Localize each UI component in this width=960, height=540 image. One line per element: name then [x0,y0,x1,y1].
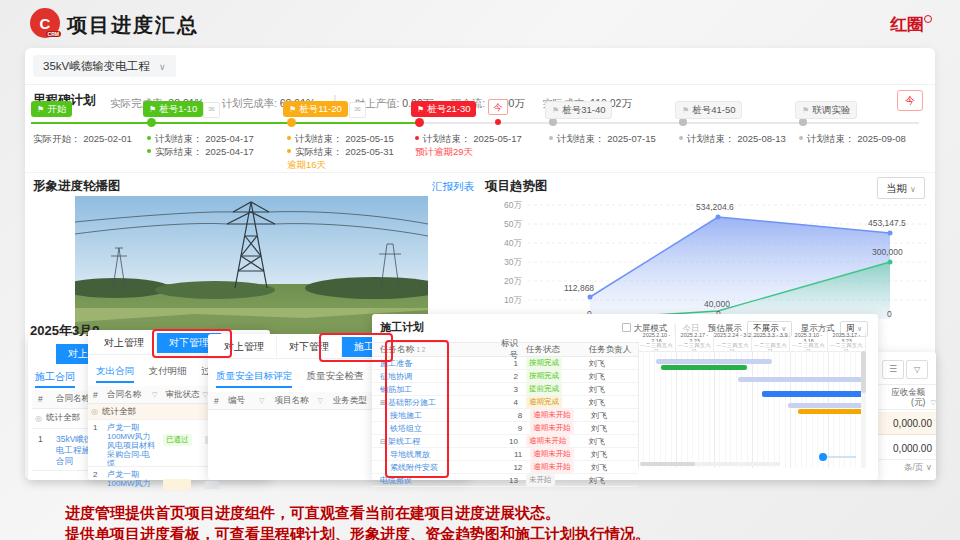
task-row[interactable]: 导地线展放 11 逾期未开始 刘飞 [372,448,638,461]
bullet [287,149,291,153]
project-selector[interactable]: 35kV峨德输变电工程 ∨ [33,55,176,77]
expand-icon[interactable]: ⊞ [380,399,386,406]
status-badge: 逾期未开始 [530,422,574,434]
bullet [549,136,553,140]
task-link[interactable]: 铁塔组立 [372,423,504,434]
flag-icon: ⚑ [417,105,424,114]
status-badge: 提前完成 [526,383,562,395]
today-button[interactable]: 今 [897,90,923,111]
milestone-badge-6[interactable]: ⚑联调实验 [795,101,857,119]
svg-text:30万: 30万 [504,257,522,267]
project-selector-value: 35kV峨德输变电工程 [43,60,150,72]
gantt-bar-planned[interactable] [656,359,772,364]
subtab-zhifu-mingxi[interactable]: 支付明细 [148,365,186,381]
task-link[interactable]: 征地协调 [372,371,499,382]
col-idx: # [32,394,56,404]
report-list-link[interactable]: 汇报列表 [432,180,474,194]
gantt-hscrollbar[interactable] [640,462,780,466]
sort-icon[interactable]: ☰ [882,360,904,379]
task-row[interactable]: 接地施工 8 逾期未开始 刘飞 [372,409,638,422]
status-badge: 逾期未开始 [530,448,574,460]
tab-duixia[interactable]: 对下管理 [277,337,342,357]
footer-note-2: 提供单项目进度看板，可查看里程碑计划、形象进度、资金趋势图和施工计划执行情况。 [65,525,650,540]
flag-icon: ⚑ [682,106,689,115]
gantt-bar-planned[interactable] [738,377,862,382]
milestone-detail-4: 计划结束： 2025-07-15 [549,132,656,145]
window-plan: 施工计划 大屏模式 | 今日 预估展示 不展示 ∨ 显示方式 周 ∨ 任务名称 … [372,314,878,480]
data-point[interactable] [716,215,721,220]
contract-link[interactable]: 卢龙一期100MW风力风电项目材料采购合同-电缆 [107,420,157,466]
milestone-badge-1[interactable]: ⚑桩号1-10 [143,101,203,117]
tab-duishang[interactable]: 对上管理 [92,333,157,353]
data-point[interactable] [588,295,593,300]
col-name: 合同名称 [107,389,149,401]
flag-icon: ⚑ [37,105,44,114]
pagination[interactable]: 条/页 ∨ [904,462,932,474]
task-link[interactable]: 基础部分施工 [388,398,436,407]
task-row[interactable]: ⊟架线工程 10 逾期未开始 刘飞 [372,435,638,448]
gantt-zoom-handle[interactable] [819,453,827,461]
svg-text:0: 0 [887,309,892,319]
task-link[interactable]: 接地施工 [372,410,504,421]
gantt-bar-planned[interactable] [788,403,866,408]
gantt-bar-actual[interactable] [661,365,747,370]
gantt-vscroll-thumb[interactable] [861,351,866,393]
gantt-vscrollbar[interactable] [861,351,866,468]
chevron-down-icon: ∨ [159,62,166,72]
timeline-node-dot [799,118,807,126]
collapse-icon[interactable]: ⊟ [380,438,386,445]
status-badge: 按期完成 [526,370,562,382]
timeline-node-dot [549,118,557,126]
milestone-badge-2[interactable]: ⚑桩号11-20 [283,101,348,117]
gantt-bar-actual[interactable] [762,391,866,397]
gantt-zoom-slider[interactable] [822,456,856,458]
svg-text:40,000: 40,000 [704,299,730,309]
task-row[interactable]: 钢筋加工 3 提前完成 刘飞 [372,383,638,396]
milestone-badge-4[interactable]: ⚑桩号31-40 [545,101,612,119]
subtab-mubiao-pingding[interactable]: 质量安全目标评定 [216,370,292,388]
task-link[interactable]: 施工准备 [372,358,499,369]
col-idx: # [208,396,228,406]
task-row[interactable]: 施工准备 1 按期完成 刘飞 [372,357,638,370]
big-screen-checkbox[interactable] [622,323,631,332]
receivable-row: 0,000.00 [874,412,936,435]
task-row[interactable]: 紧线附件安装 12 逾期未开始 刘飞 [372,461,638,474]
app-logo-letter: C [40,15,51,32]
tab-duishang[interactable]: 对上管理 [212,337,277,357]
task-row[interactable]: 电缆敷设 13 未开始 刘飞 [372,474,638,487]
task-row[interactable]: ⊞基础部分施工 4 逾期完成 刘飞 [372,396,638,409]
status-badge: 逾期未开始 [530,461,574,473]
subtab-shigong-hetong[interactable]: 施工合同 [35,370,75,388]
gantt-area [638,351,866,468]
gantt-bar-actual[interactable] [798,409,866,414]
filter-icon[interactable]: ▽ [931,399,936,406]
carousel-title: 形象进度轮播图 [33,178,121,195]
milestone-badge-start[interactable]: ⚑开始 [31,101,72,117]
mail-icon[interactable]: ✉ [349,102,366,118]
filter-icon[interactable]: ▽ [906,360,928,379]
milestone-badge-5[interactable]: ⚑桩号41-50 [675,101,742,119]
subtab-zhichu-hetong[interactable]: 支出合同 [96,365,134,383]
subtab-anquan-jiancha[interactable]: 质量安全检查 [306,370,363,386]
bullet [415,136,419,140]
task-link[interactable]: 导地线展放 [372,449,504,460]
overdue-note: 逾期16天 [287,158,394,171]
status-badge: 逾期完成 [526,396,562,408]
data-point[interactable] [888,231,893,236]
data-point[interactable] [888,260,893,265]
task-link[interactable]: 钢筋加工 [372,384,499,395]
task-row[interactable]: 铁塔组立 9 逾期未开始 刘飞 [372,422,638,435]
milestone-detail-1: 计划结束： 2025-04-17 实际结束： 2025-04-17 [147,132,254,158]
svg-text:20万: 20万 [504,276,522,286]
task-link[interactable]: 紧线附件安装 [372,462,504,473]
brand-mark [924,15,932,23]
task-row[interactable]: 征地协调 2 按期完成 刘飞 [372,370,638,383]
milestone-badge-3[interactable]: ⚑桩号21-30 [411,101,476,117]
gantt-hscroll-thumb[interactable] [640,462,695,466]
timeline-today-badge: 今 [488,99,508,115]
contract-link[interactable]: 卢龙一期100MW风力 [107,467,157,491]
task-link[interactable]: 电缆敷设 [372,475,499,486]
col-project: 项目名称 [264,395,314,407]
task-link[interactable]: 架线工程 [388,437,420,446]
mail-icon[interactable]: ✉ [203,102,220,118]
